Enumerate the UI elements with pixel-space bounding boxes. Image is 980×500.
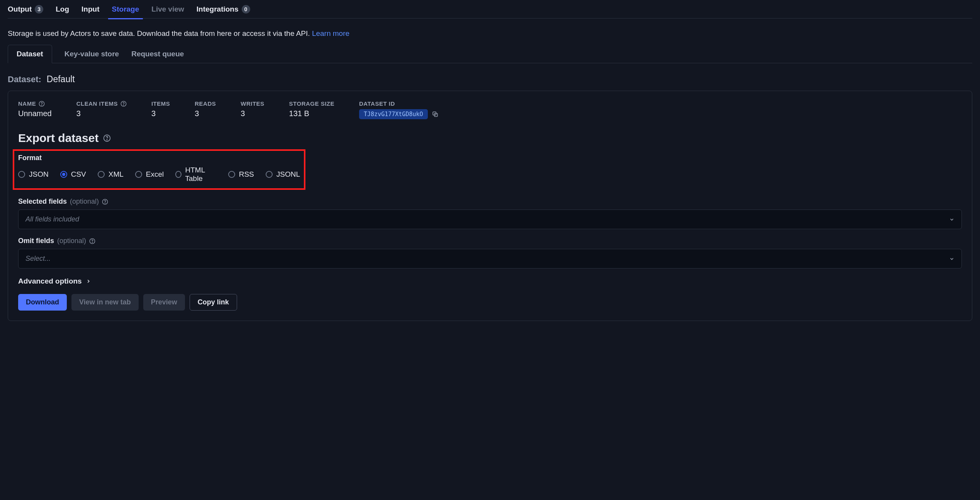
export-buttons: Download View in new tab Preview Copy li…: [18, 294, 962, 311]
stat-clean-key: CLEAN ITEMS: [76, 100, 118, 107]
stat-storage-size: STORAGE SIZE 131 B: [289, 100, 334, 118]
stat-name-val: Unnamed: [18, 109, 52, 118]
stat-reads: READS 3: [195, 100, 216, 118]
radio-rss[interactable]: RSS: [228, 166, 254, 183]
radio-html-label: HTML Table: [185, 166, 217, 183]
stat-clean-items: CLEAN ITEMS 3: [76, 100, 127, 118]
radio-html-ring: [175, 171, 181, 178]
stat-id-key: DATASET ID: [359, 100, 395, 107]
selected-fields-placeholder: All fields included: [25, 215, 79, 223]
svg-point-11: [92, 242, 93, 242]
download-button[interactable]: Download: [18, 294, 67, 311]
preview-button[interactable]: Preview: [143, 294, 185, 311]
main-tabs: Output 3 Log Input Storage Live view Int…: [8, 0, 972, 19]
omit-fields-placeholder: Select...: [25, 255, 51, 263]
subtab-kv-label: Key-value store: [64, 50, 119, 58]
tab-integ-label: Integrations: [197, 5, 239, 14]
stat-clean-val: 3: [76, 109, 127, 118]
chevron-right-icon: [86, 279, 91, 284]
tab-live-label: Live view: [151, 5, 184, 14]
stat-items-key: ITEMS: [151, 100, 170, 107]
radio-json-ring: [18, 171, 25, 178]
tab-integ-badge: 0: [242, 5, 250, 14]
tab-output-label: Output: [8, 5, 32, 14]
svg-point-9: [105, 203, 105, 203]
stat-name-key: NAME: [18, 100, 36, 107]
storage-description-text: Storage is used by Actors to save data. …: [8, 29, 312, 37]
radio-excel-label: Excel: [146, 170, 164, 179]
storage-description: Storage is used by Actors to save data. …: [8, 19, 972, 45]
stat-items: ITEMS 3: [151, 100, 170, 118]
format-highlight-box: Format JSON CSV XML Excel HTML Table: [13, 149, 305, 190]
radio-csv-ring: [60, 171, 67, 178]
radio-json-label: JSON: [29, 170, 49, 179]
omit-fields-label: Omit fields: [18, 237, 54, 245]
chevron-down-icon: [949, 217, 955, 222]
help-icon[interactable]: [103, 134, 111, 142]
help-icon[interactable]: [120, 101, 127, 107]
radio-jsonl-label: JSONL: [276, 170, 300, 179]
radio-csv[interactable]: CSV: [60, 166, 86, 183]
radio-xml-ring: [98, 171, 105, 178]
subtab-kv-store[interactable]: Key-value store: [64, 45, 119, 63]
tab-storage[interactable]: Storage: [112, 5, 139, 19]
copy-icon[interactable]: [432, 111, 439, 118]
view-new-tab-button[interactable]: View in new tab: [71, 294, 139, 311]
selected-fields-group: Selected fields (optional) All fields in…: [18, 198, 962, 229]
help-icon[interactable]: [102, 199, 108, 205]
stat-writes-val: 3: [241, 109, 264, 118]
tab-integrations[interactable]: Integrations 0: [197, 5, 250, 19]
radio-rss-ring: [228, 171, 235, 178]
selected-fields-select[interactable]: All fields included: [18, 209, 962, 229]
advanced-options-label: Advanced options: [18, 277, 82, 285]
tab-output-badge: 3: [35, 5, 43, 14]
chevron-down-icon: [949, 256, 955, 262]
stat-items-val: 3: [151, 109, 170, 118]
export-heading-text: Export dataset: [18, 132, 98, 145]
help-icon[interactable]: [39, 101, 45, 107]
help-icon[interactable]: [89, 238, 95, 244]
learn-more-link[interactable]: Learn more: [312, 29, 349, 37]
dataset-id-chip[interactable]: TJ8zvG177XtGD8ukO: [359, 109, 428, 119]
copy-link-button[interactable]: Copy link: [190, 294, 237, 311]
dataset-selector-line: Dataset: Default: [8, 63, 972, 91]
format-label: Format: [18, 154, 300, 162]
radio-xml[interactable]: XML: [98, 166, 124, 183]
subtab-request-queue[interactable]: Request queue: [131, 45, 184, 63]
dataset-label: Dataset:: [8, 74, 41, 84]
radio-json[interactable]: JSON: [18, 166, 49, 183]
tab-log[interactable]: Log: [56, 5, 69, 19]
stat-dataset-id: DATASET ID TJ8zvG177XtGD8ukO: [359, 100, 439, 119]
svg-point-7: [107, 140, 107, 140]
selected-fields-label: Selected fields: [18, 198, 67, 206]
radio-jsonl[interactable]: JSONL: [266, 166, 300, 183]
radio-html-table[interactable]: HTML Table: [175, 166, 216, 183]
radio-jsonl-ring: [266, 171, 273, 178]
omit-fields-group: Omit fields (optional) Select...: [18, 237, 962, 269]
tab-output[interactable]: Output 3: [8, 5, 43, 19]
dataset-panel: NAME Unnamed CLEAN ITEMS 3 ITEMS 3 READS…: [8, 91, 972, 321]
tab-storage-label: Storage: [112, 5, 139, 14]
svg-point-3: [123, 105, 124, 105]
format-radios: JSON CSV XML Excel HTML Table RSS: [18, 166, 300, 183]
stat-writes: WRITES 3: [241, 100, 264, 118]
tab-log-label: Log: [56, 5, 69, 14]
advanced-options-toggle[interactable]: Advanced options: [18, 277, 962, 285]
subtab-rq-label: Request queue: [131, 50, 184, 58]
radio-xml-label: XML: [109, 170, 124, 179]
storage-subtabs: Dataset Key-value store Request queue: [8, 45, 972, 63]
tab-live-view[interactable]: Live view: [151, 5, 184, 19]
radio-excel[interactable]: Excel: [135, 166, 164, 183]
subtab-dataset-label: Dataset: [17, 50, 43, 58]
selected-fields-optional: (optional): [70, 198, 99, 206]
subtab-dataset[interactable]: Dataset: [8, 45, 52, 63]
stat-reads-key: READS: [195, 100, 216, 107]
omit-fields-optional: (optional): [57, 237, 86, 245]
dataset-value: Default: [47, 74, 75, 84]
stat-reads-val: 3: [195, 109, 216, 118]
omit-fields-select[interactable]: Select...: [18, 249, 962, 269]
radio-csv-label: CSV: [71, 170, 86, 179]
tab-input[interactable]: Input: [81, 5, 99, 19]
stat-name: NAME Unnamed: [18, 100, 52, 118]
svg-point-1: [42, 105, 42, 105]
